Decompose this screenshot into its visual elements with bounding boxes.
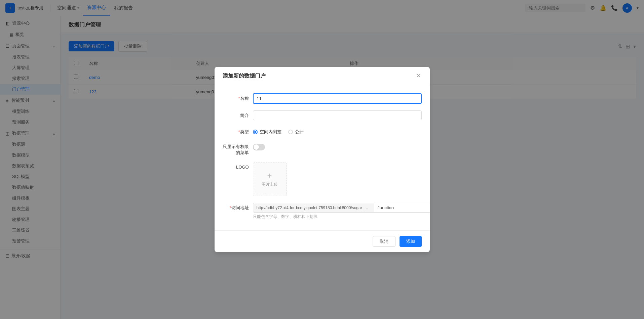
- url-suffix-input[interactable]: [374, 203, 430, 212]
- form-row-url: *访问地址 http://bdbl-y72-xi4-for-bcc-yiguol…: [223, 203, 422, 220]
- form-control-url: http://bdbl-y72-xi4-for-bcc-yiguolei-759…: [253, 203, 430, 220]
- url-hint: 只能包含字母、数字、横杠和下划线: [253, 214, 430, 220]
- modal-header: 添加新的数据门户 ✕: [215, 67, 430, 85]
- url-prefix: http://bdbl-y72-xi4-for-bcc-yiguolei-759…: [253, 203, 374, 212]
- upload-text: 图片上传: [262, 182, 278, 187]
- modal-overlay: 添加新的数据门户 ✕ *名称 简介: [0, 0, 644, 319]
- close-icon[interactable]: ✕: [415, 72, 422, 80]
- radio-circle-public: [288, 130, 293, 134]
- form-label-name: *名称: [223, 93, 253, 101]
- cancel-button[interactable]: 取消: [373, 236, 395, 247]
- modal-footer: 取消 添加: [215, 230, 430, 252]
- modal: 添加新的数据门户 ✕ *名称 简介: [215, 67, 430, 252]
- form-row-permission: 只显示有权限的菜单: [223, 142, 422, 156]
- form-control-type: 空间内浏览 公开: [253, 127, 422, 135]
- description-input[interactable]: [253, 110, 422, 120]
- form-control-description: [253, 110, 422, 120]
- name-input[interactable]: [253, 93, 422, 104]
- toggle-thumb-permission: [254, 144, 259, 150]
- radio-label-space: 空间内浏览: [260, 129, 281, 135]
- form-label-url: *访问地址: [223, 203, 253, 211]
- radio-item-public[interactable]: 公开: [288, 129, 304, 135]
- form-row-name: *名称: [223, 93, 422, 104]
- upload-plus-icon: +: [267, 172, 272, 180]
- toggle-permission[interactable]: [253, 144, 265, 150]
- form-control-permission: [253, 142, 422, 150]
- form-label-permission: 只显示有权限的菜单: [223, 142, 253, 156]
- form-row-type: *类型 空间内浏览 公开: [223, 127, 422, 135]
- radio-dot-space: [254, 131, 256, 133]
- confirm-button[interactable]: 添加: [400, 236, 422, 247]
- radio-label-public: 公开: [295, 129, 304, 135]
- url-field-wrap: http://bdbl-y72-xi4-for-bcc-yiguolei-759…: [253, 203, 430, 213]
- form-row-description: 简介: [223, 110, 422, 120]
- modal-title: 添加新的数据门户: [223, 73, 266, 80]
- upload-box[interactable]: + 图片上传: [253, 163, 287, 196]
- radio-circle-space: [253, 130, 258, 134]
- radio-group-type: 空间内浏览 公开: [253, 129, 422, 135]
- form-row-logo: LOGO + 图片上传: [223, 163, 422, 196]
- form-label-logo: LOGO: [223, 163, 253, 170]
- radio-item-space[interactable]: 空间内浏览: [253, 129, 281, 135]
- modal-body: *名称 简介 *类型: [215, 85, 430, 230]
- form-control-name: [253, 93, 422, 104]
- form-control-logo: + 图片上传: [253, 163, 422, 196]
- form-label-type: *类型: [223, 127, 253, 135]
- form-label-description: 简介: [223, 110, 253, 119]
